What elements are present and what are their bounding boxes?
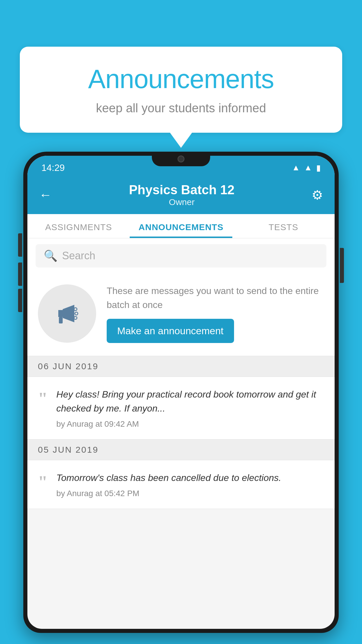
announcement-text-2: Tomorrow's class has been cancelled due … [56,471,324,485]
phone-outer: 14:29 ▲ ▲ ▮ ← Physics Batch 12 Owner ⚙ [23,152,339,633]
announcement-content-1: Hey class! Bring your practical record b… [56,387,324,429]
wifi-icon: ▲ [292,163,300,172]
speech-bubble: Announcements keep all your students inf… [20,47,342,133]
make-announcement-button[interactable]: Make an announcement [107,319,234,343]
svg-point-5 [74,316,77,319]
announcement-content-2: Tomorrow's class has been cancelled due … [56,471,324,498]
speech-bubble-container: Announcements keep all your students inf… [20,47,342,133]
svg-marker-0 [58,310,63,317]
date-separator-1: 06 JUN 2019 [27,356,335,377]
tab-assignments[interactable]: ASSIGNMENTS [27,214,130,238]
search-bar[interactable]: 🔍 Search [36,244,326,267]
tab-announcements[interactable]: ANNOUNCEMENTS [130,214,232,238]
quote-icon-2: " [38,471,48,498]
announcement-item-1[interactable]: " Hey class! Bring your practical record… [27,377,335,440]
camera [178,155,184,162]
bubble-subtitle: keep all your students informed [34,101,328,115]
tabs-container: ASSIGNMENTS ANNOUNCEMENTS TESTS [27,214,335,238]
owner-label: Owner [129,197,235,207]
search-placeholder: Search [62,250,95,262]
battery-icon: ▮ [316,163,321,173]
promo-icon-circle [38,284,96,343]
announcement-item-2[interactable]: " Tomorrow's class has been cancelled du… [27,460,335,509]
batch-title: Physics Batch 12 [129,183,235,197]
signal-icon: ▲ [304,163,312,172]
svg-point-4 [75,312,78,315]
announcement-text-1: Hey class! Bring your practical record b… [56,387,324,415]
quote-icon-1: " [38,387,48,429]
promo-card: These are messages you want to send to t… [27,273,335,356]
announcement-meta-2: by Anurag at 05:42 PM [56,489,324,498]
announcement-meta-1: by Anurag at 09:42 AM [56,419,324,429]
phone-screen: 14:29 ▲ ▲ ▮ ← Physics Batch 12 Owner ⚙ [27,156,335,629]
back-button[interactable]: ← [39,188,52,202]
status-time: 14:29 [41,162,65,173]
status-icons: ▲ ▲ ▮ [292,163,321,173]
app-header: ← Physics Batch 12 Owner ⚙ [27,177,335,214]
megaphone-icon [52,299,82,328]
tab-tests[interactable]: TESTS [232,214,335,238]
phone-container: 14:29 ▲ ▲ ▮ ← Physics Batch 12 Owner ⚙ [23,152,339,644]
bubble-title: Announcements [34,64,328,94]
header-center: Physics Batch 12 Owner [129,183,235,207]
svg-point-3 [74,308,77,311]
search-container: 🔍 Search [27,238,335,273]
promo-content: These are messages you want to send to t… [107,284,324,343]
notch [152,152,210,166]
settings-icon[interactable]: ⚙ [312,188,323,202]
svg-rect-2 [59,317,63,323]
date-separator-2: 05 JUN 2019 [27,440,335,460]
svg-marker-1 [63,305,74,322]
search-icon: 🔍 [44,249,57,262]
promo-description: These are messages you want to send to t… [107,284,324,312]
